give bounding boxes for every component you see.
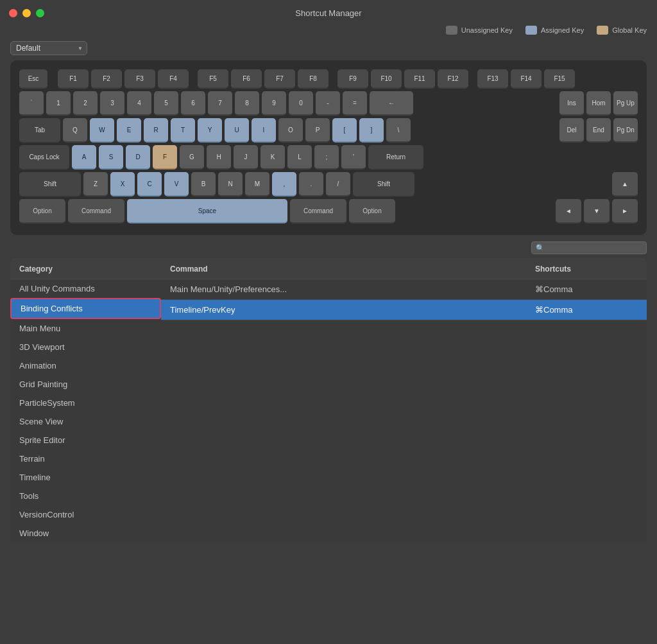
key-f2[interactable]: F2	[91, 69, 122, 89]
key-f10[interactable]: F10	[371, 69, 402, 89]
close-button[interactable]	[9, 9, 17, 17]
category-item-all-unity[interactable]: All Unity Commands	[10, 279, 161, 298]
key-4[interactable]: 4	[127, 91, 151, 116]
key-lshift[interactable]: Shift	[19, 172, 81, 196]
key-rcommand[interactable]: Command	[290, 199, 346, 223]
key-right[interactable]: ►	[612, 199, 638, 223]
category-item-tools[interactable]: Tools	[10, 487, 161, 505]
key-comma[interactable]: ,	[272, 172, 296, 196]
key-semicolon[interactable]: ;	[314, 145, 339, 170]
key-down[interactable]: ▼	[584, 199, 610, 223]
key-s[interactable]: S	[99, 145, 123, 170]
key-return[interactable]: Return	[368, 145, 423, 170]
key-f12[interactable]: F12	[438, 69, 468, 89]
key-f13[interactable]: F13	[477, 69, 508, 89]
key-e[interactable]: E	[117, 118, 141, 143]
key-roption[interactable]: Option	[349, 199, 395, 223]
key-capslock[interactable]: Caps Lock	[19, 145, 69, 170]
command-item-prevkey[interactable]: Timeline/PrevKey ⌘Comma	[161, 300, 647, 320]
key-1[interactable]: 1	[46, 91, 71, 116]
key-space[interactable]: Space	[127, 199, 287, 223]
key-y[interactable]: Y	[198, 118, 222, 143]
key-5[interactable]: 5	[154, 91, 178, 116]
key-f4[interactable]: F4	[158, 69, 189, 89]
category-item-terrain[interactable]: Terrain	[10, 449, 161, 468]
key-f9[interactable]: F9	[337, 69, 368, 89]
key-0[interactable]: 0	[289, 91, 313, 116]
key-x[interactable]: X	[110, 172, 135, 196]
key-f7[interactable]: F7	[264, 69, 295, 89]
key-m[interactable]: M	[245, 172, 269, 196]
maximize-button[interactable]	[36, 9, 44, 17]
key-left[interactable]: ◄	[556, 199, 581, 223]
key-f[interactable]: F	[153, 145, 177, 170]
key-6[interactable]: 6	[181, 91, 205, 116]
key-pgdn[interactable]: Pg Dn	[613, 118, 638, 143]
profile-dropdown-wrapper[interactable]: Default	[10, 41, 87, 55]
category-item-scene-view[interactable]: Scene View	[10, 412, 161, 431]
category-item-window[interactable]: Window	[10, 524, 161, 543]
key-2[interactable]: 2	[73, 91, 98, 116]
category-item-timeline[interactable]: Timeline	[10, 468, 161, 487]
key-q[interactable]: Q	[63, 118, 87, 143]
key-9[interactable]: 9	[262, 91, 286, 116]
key-f11[interactable]: F11	[404, 69, 435, 89]
key-k[interactable]: K	[260, 145, 285, 170]
category-item-grid-painting[interactable]: Grid Painting	[10, 375, 161, 394]
key-f6[interactable]: F6	[231, 69, 262, 89]
key-rbracket[interactable]: ]	[359, 118, 384, 143]
category-item-binding-conflicts[interactable]: Binding Conflicts	[10, 298, 161, 319]
key-h[interactable]: H	[207, 145, 231, 170]
key-backspace[interactable]: ←	[370, 91, 413, 116]
key-c[interactable]: C	[137, 172, 162, 196]
key-home[interactable]: Hom	[586, 91, 611, 116]
key-rshift[interactable]: Shift	[353, 172, 414, 196]
key-3[interactable]: 3	[100, 91, 124, 116]
key-8[interactable]: 8	[235, 91, 259, 116]
key-l[interactable]: L	[287, 145, 312, 170]
key-v[interactable]: V	[164, 172, 189, 196]
key-equals[interactable]: =	[343, 91, 367, 116]
key-j[interactable]: J	[234, 145, 258, 170]
key-loption[interactable]: Option	[19, 199, 65, 223]
category-item-animation[interactable]: Animation	[10, 356, 161, 375]
key-g[interactable]: G	[180, 145, 204, 170]
profile-dropdown[interactable]: Default	[10, 41, 87, 55]
key-end[interactable]: End	[586, 118, 611, 143]
key-f15[interactable]: F15	[544, 69, 575, 89]
category-item-particlesystem[interactable]: ParticleSystem	[10, 394, 161, 412]
key-o[interactable]: O	[278, 118, 303, 143]
key-f1[interactable]: F1	[58, 69, 89, 89]
key-f5[interactable]: F5	[198, 69, 228, 89]
minimize-button[interactable]	[22, 9, 31, 17]
key-w[interactable]: W	[90, 118, 114, 143]
key-n[interactable]: N	[218, 172, 243, 196]
key-pgup[interactable]: Pg Up	[613, 91, 638, 116]
key-delete[interactable]: Del	[559, 118, 584, 143]
key-period[interactable]: .	[299, 172, 323, 196]
key-b[interactable]: B	[191, 172, 216, 196]
key-insert[interactable]: Ins	[559, 91, 584, 116]
key-lcommand[interactable]: Command	[68, 199, 124, 223]
key-backtick[interactable]: `	[19, 91, 44, 116]
key-slash[interactable]: /	[326, 172, 350, 196]
key-minus[interactable]: -	[316, 91, 340, 116]
key-a[interactable]: A	[72, 145, 96, 170]
key-esc[interactable]: Esc	[19, 69, 47, 89]
category-item-3d-viewport[interactable]: 3D Viewport	[10, 338, 161, 356]
key-tab[interactable]: Tab	[19, 118, 60, 143]
key-f14[interactable]: F14	[511, 69, 542, 89]
command-item-preferences[interactable]: Main Menu/Unity/Preferences... ⌘Comma	[161, 279, 647, 300]
category-item-main-menu[interactable]: Main Menu	[10, 319, 161, 338]
key-lbracket[interactable]: [	[332, 118, 357, 143]
key-7[interactable]: 7	[208, 91, 232, 116]
key-quote[interactable]: '	[341, 145, 366, 170]
category-item-versioncontrol[interactable]: VersionControl	[10, 505, 161, 524]
key-u[interactable]: U	[225, 118, 249, 143]
search-bar[interactable]: 🔍	[531, 241, 647, 254]
key-i[interactable]: I	[252, 118, 276, 143]
key-f3[interactable]: F3	[124, 69, 155, 89]
key-f8[interactable]: F8	[298, 69, 328, 89]
key-d[interactable]: D	[126, 145, 150, 170]
key-r[interactable]: R	[144, 118, 168, 143]
